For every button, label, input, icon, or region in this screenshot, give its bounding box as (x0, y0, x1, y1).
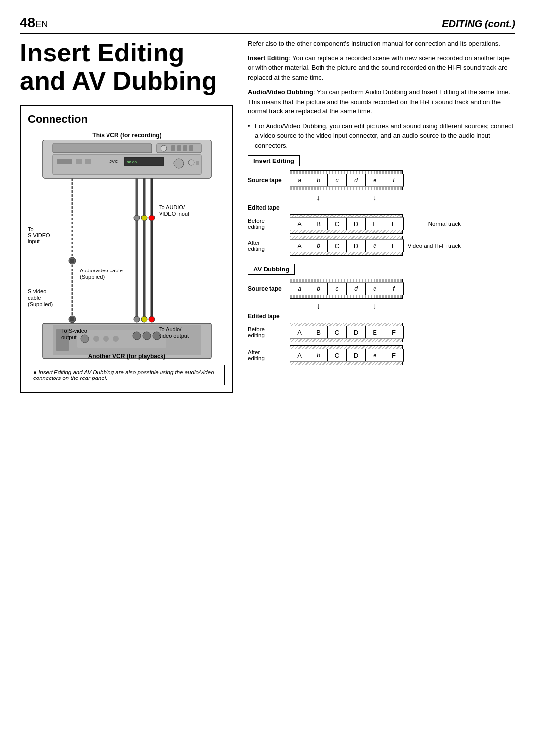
svg-rect-1 (53, 144, 152, 153)
svg-text:JVC: JVC (109, 159, 118, 164)
svg-text:VIDEO input: VIDEO input (159, 211, 189, 216)
av-after-tape: A b C D e F (290, 345, 404, 365)
av-after-sub: editing (248, 355, 290, 361)
av-dubbing-title: Audio/Video Dubbing (248, 88, 313, 96)
page-number: 48EN (20, 15, 48, 31)
svg-point-23 (141, 215, 147, 221)
av-edited-label: Edited tape (248, 313, 515, 320)
svg-text:cable: cable (28, 295, 41, 301)
ie-source-row: Source tape a b c d e f (248, 170, 515, 190)
diagram-svg: JVC 88:88 (28, 140, 231, 363)
av-source-row: Source tape a b c d e f (248, 279, 515, 299)
vcr-top-label: This VCR (for recording) (43, 132, 211, 139)
svg-text:To S-video: To S-video (61, 328, 87, 334)
connection-box: Connection This VCR (for recording) (20, 105, 233, 393)
svg-point-3 (161, 145, 167, 151)
svg-text:To Audio/: To Audio/ (159, 326, 182, 332)
connection-title: Connection (28, 113, 225, 126)
svg-rect-6 (183, 145, 187, 151)
section-title: EDITING (cont.) (442, 18, 515, 30)
left-column: Insert Editing and AV Dubbing Connection… (20, 39, 233, 393)
title-line1: Insert Editing (20, 39, 233, 67)
av-before-tape: A B C D E F (290, 323, 404, 342)
page-header: 48EN EDITING (cont.) (20, 15, 515, 34)
svg-text:To: To (28, 226, 34, 232)
svg-rect-5 (177, 145, 181, 151)
ie-source-label: Source tape (248, 177, 290, 184)
svg-point-52 (103, 336, 109, 342)
svg-text:(Supplied): (Supplied) (80, 274, 105, 280)
vcr-diagram-area: This VCR (for recording) (28, 132, 225, 360)
svg-point-53 (113, 336, 119, 342)
svg-point-43 (149, 316, 155, 322)
ie-source-tape: a b c d e f (290, 170, 404, 190)
page-num: 48 (20, 15, 35, 30)
av-before-row: Before editing A B C D E F (248, 323, 515, 342)
av-after-label: After (248, 349, 290, 355)
page: 48EN EDITING (cont.) Insert Editing and … (0, 0, 535, 756)
ie-before-sub: editing (248, 224, 290, 230)
svg-text:To AUDIO/: To AUDIO/ (159, 204, 185, 210)
av-source-tape: a b c d e f (290, 279, 404, 299)
insert-editing-text: Insert Editing: You can replace a record… (248, 54, 515, 83)
svg-text:S-video: S-video (28, 288, 46, 294)
ie-after-sub: editing (248, 246, 290, 252)
insert-editing-section: Insert Editing Source tape a b c d e (248, 155, 515, 256)
av-before-sub: editing (248, 332, 290, 338)
body-text: Refer also to the other component's inst… (248, 39, 515, 150)
av-dubbing-text: Audio/Video Dubbing: You can perform Aud… (248, 87, 515, 116)
ie-arrows: ↓ ↓ (290, 193, 515, 202)
svg-text:input: input (28, 238, 40, 244)
svg-text:S VIDEO: S VIDEO (28, 232, 50, 238)
main-content: Insert Editing and AV Dubbing Connection… (20, 39, 515, 393)
svg-point-54 (133, 332, 141, 340)
svg-point-16 (188, 160, 194, 165)
svg-rect-4 (171, 145, 175, 151)
svg-text:output: output (61, 334, 77, 340)
av-before-label: Before (248, 326, 290, 332)
svg-point-42 (141, 316, 147, 322)
av-source-label: Source tape (248, 285, 290, 292)
svg-rect-10 (76, 159, 82, 164)
svg-point-22 (134, 215, 140, 221)
svg-point-55 (143, 332, 151, 340)
page-title: Insert Editing and AV Dubbing (20, 39, 233, 95)
svg-text:88:88: 88:88 (127, 160, 137, 164)
svg-text:(Supplied): (Supplied) (28, 301, 53, 307)
av-dubbing-label: AV Dubbing (248, 264, 295, 275)
av-dubbing-section: AV Dubbing Source tape a b c d e f (248, 264, 515, 365)
ie-before-label: Before (248, 218, 290, 224)
hifi-track-label: Video and Hi-Fi track (408, 243, 461, 249)
page-suffix: EN (35, 19, 48, 29)
av-after-row: After editing A b C D e F (248, 345, 515, 365)
ie-after-label: After (248, 240, 290, 246)
insert-editing-label: Insert Editing (248, 155, 300, 166)
intro-text: Refer also to the other component's inst… (248, 39, 515, 49)
svg-point-24 (149, 215, 155, 221)
svg-point-15 (174, 159, 184, 168)
svg-point-50 (81, 335, 89, 343)
svg-rect-7 (189, 145, 193, 151)
svg-text:Audio/video cable: Audio/video cable (80, 268, 123, 273)
connection-footnote: ● Insert Editing and AV Dubbing are also… (28, 365, 225, 385)
svg-rect-9 (57, 159, 72, 164)
insert-editing-title: Insert Editing (248, 54, 289, 62)
svg-point-51 (93, 336, 99, 342)
right-column: Refer also to the other component's inst… (248, 39, 515, 393)
svg-rect-26 (70, 259, 74, 263)
title-line2: and AV Dubbing (20, 67, 233, 95)
ie-before-tape: A B C D E F Normal track (290, 214, 404, 234)
av-arrows: ↓ ↓ (290, 302, 515, 311)
ie-edited-label: Edited tape (248, 204, 515, 211)
svg-text:video output: video output (159, 333, 189, 339)
svg-rect-49 (77, 330, 166, 348)
ie-before-row: Before editing A B C D E F (248, 214, 515, 234)
normal-track-label: Normal track (428, 221, 461, 227)
svg-rect-11 (85, 159, 91, 164)
ie-after-row: After editing A b C D e F (248, 236, 515, 256)
svg-point-41 (134, 316, 140, 322)
ie-after-tape: A b C D e F Video and Hi-Fi track (290, 236, 404, 256)
svg-rect-45 (70, 317, 74, 321)
vcr-bottom-label: Another VCR (for playback) (43, 353, 211, 360)
bullet-text: For Audio/Video Dubbing, you can edit pi… (248, 121, 515, 151)
